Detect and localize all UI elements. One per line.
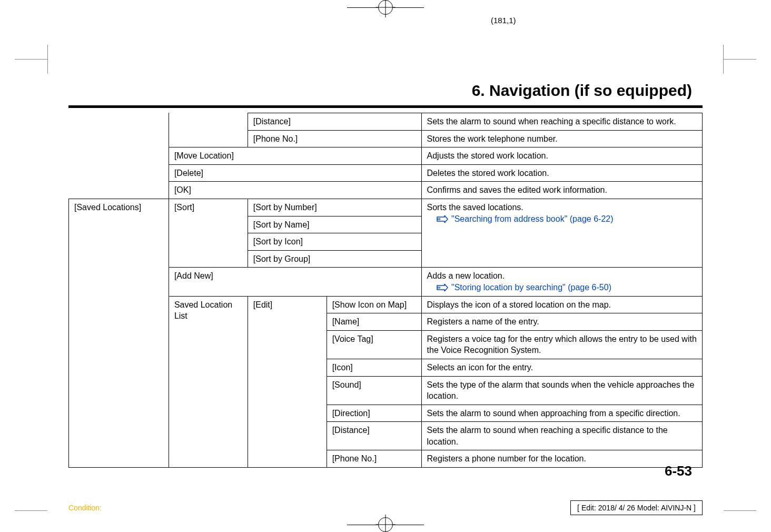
cell-sound: [Sound] (327, 376, 421, 405)
cell-show-icon-desc: Displays the icon of a stored location o… (421, 296, 702, 313)
cell-icon: [Icon] (327, 359, 421, 376)
cell-distance2: [Distance] (327, 422, 421, 450)
cell-phone-no-desc: Stores the work telephone number. (421, 130, 702, 147)
cell-sort-desc: Sorts the saved locations. "Searching fr… (421, 199, 702, 267)
reference-icon (437, 284, 448, 291)
crop-mark (720, 45, 724, 74)
cell-name-desc: Registers a name of the entry. (421, 313, 702, 331)
page-number: 6-53 (665, 463, 692, 479)
reference-link[interactable]: "Searching from address book" (page 6-22… (451, 214, 614, 223)
cell-saved-location-list: Saved Location List (169, 296, 248, 468)
cell-move-location: [Move Location] (169, 147, 421, 165)
registration-mark-top (347, 0, 424, 15)
crop-mark (47, 45, 51, 74)
sort-desc-text: Sorts the saved locations. (427, 203, 523, 212)
cell-ok-desc: Confirms and saves the edited work infor… (421, 182, 702, 199)
cell-sort-by-group: [Sort by Group] (248, 250, 421, 268)
cell-direction: [Direction] (327, 405, 421, 422)
cell-phone-no2: [Phone No.] (327, 450, 421, 468)
cell-sort-by-name: [Sort by Name] (248, 216, 421, 233)
registration-mark-bottom (347, 517, 424, 532)
cell-distance-desc: Sets the alarm to sound when reaching a … (421, 113, 702, 131)
cell-edit: [Edit] (248, 296, 327, 468)
plate-coordinate: (181,1) (491, 16, 516, 25)
cell-add-new: [Add New] (169, 268, 421, 296)
cell-phone-no: [Phone No.] (248, 130, 421, 147)
cell-name: [Name] (327, 313, 421, 331)
crop-mark (15, 59, 47, 63)
cell-delete-desc: Deletes the stored work location. (421, 164, 702, 182)
cell-voice-tag-desc: Registers a voice tag for the entry whic… (421, 330, 702, 359)
cell-sort-by-number: [Sort by Number] (248, 199, 421, 216)
edit-stamp: [ Edit: 2018/ 4/ 26 Model: AIVINJ-N ] (570, 500, 703, 515)
chapter-rule (68, 105, 703, 108)
table-row: [Distance] Sets the alarm to sound when … (69, 113, 703, 131)
cell-distance: [Distance] (248, 113, 421, 131)
cell-sound-desc: Sets the type of the alarm that sounds w… (421, 376, 702, 405)
cell-direction-desc: Sets the alarm to sound when approaching… (421, 405, 702, 422)
cell-move-location-desc: Adjusts the stored work location. (421, 147, 702, 165)
cell-distance2-desc: Sets the alarm to sound when reaching a … (421, 422, 702, 450)
cell-ok: [OK] (169, 182, 421, 199)
cell-phone-no2-desc: Registers a phone number for the locatio… (421, 450, 702, 468)
add-new-desc-text: Adds a new location. (427, 271, 505, 280)
table-row: [Saved Locations] [Sort] [Sort by Number… (69, 199, 703, 216)
crop-mark (724, 59, 756, 63)
crop-mark (724, 510, 756, 511)
cell-icon-desc: Selects an icon for the entry. (421, 359, 702, 376)
chapter-title: 6. Navigation (if so equipped) (472, 82, 692, 100)
condition-label: Condition: (68, 504, 102, 512)
crop-mark (15, 510, 47, 511)
settings-table: [Distance] Sets the alarm to sound when … (68, 113, 703, 468)
reference-icon (437, 215, 448, 223)
cell-add-new-desc: Adds a new location. "Storing location b… (421, 268, 702, 296)
cell-delete: [Delete] (169, 164, 421, 182)
cell-show-icon-on-map: [Show Icon on Map] (327, 296, 421, 313)
cell-voice-tag: [Voice Tag] (327, 330, 421, 359)
reference-link[interactable]: "Storing location by searching" (page 6-… (451, 283, 611, 292)
cell-sort-by-icon: [Sort by Icon] (248, 233, 421, 251)
cell-sort: [Sort] (169, 199, 248, 267)
cell-saved-locations: [Saved Locations] (69, 199, 169, 467)
